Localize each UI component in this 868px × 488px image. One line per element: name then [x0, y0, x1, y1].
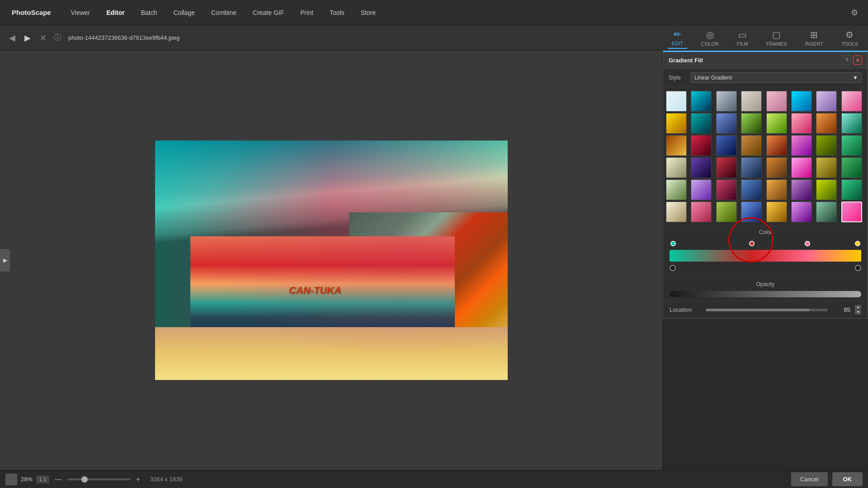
swatch-5-6[interactable] — [791, 179, 812, 200]
location-up-button[interactable]: ▲ — [855, 305, 861, 310]
edit-icon: ✏ — [674, 29, 681, 40]
swatch-2-4[interactable] — [741, 113, 762, 134]
location-down-button[interactable]: ▼ — [855, 310, 861, 314]
swatch-1-1[interactable] — [666, 91, 687, 112]
swatch-6-8[interactable] — [841, 202, 862, 222]
swatch-3-6[interactable] — [791, 135, 812, 156]
tool-edit[interactable]: ✏ EDIT — [667, 27, 688, 49]
menu-item-creategif[interactable]: Create GIF — [245, 5, 292, 20]
swatch-1-2[interactable] — [691, 91, 712, 112]
menu-item-store[interactable]: Store — [353, 5, 384, 20]
edit-label: EDIT — [672, 41, 683, 46]
swatch-2-3[interactable] — [716, 113, 737, 134]
menu-item-combine[interactable]: Combine — [203, 5, 245, 20]
swatch-2-7[interactable] — [816, 113, 837, 134]
style-select[interactable]: Linear Gradient ▼ — [690, 72, 862, 83]
zoom-in-button[interactable]: + — [134, 475, 142, 483]
swatch-2-5[interactable] — [766, 113, 787, 134]
settings-icon[interactable]: ⚙ — [845, 4, 863, 21]
dialog-title: Gradient Fill — [669, 57, 840, 64]
back-button[interactable]: ◀ — [5, 30, 19, 46]
swatch-1-7[interactable] — [816, 91, 837, 112]
photo-canvas[interactable]: CAN-TUKA — [155, 141, 508, 380]
swatch-2-1[interactable] — [666, 113, 687, 134]
swatch-5-3[interactable] — [716, 179, 737, 200]
menu-item-editor[interactable]: Editor — [98, 5, 132, 20]
swatch-1-4[interactable] — [741, 91, 762, 112]
menu-item-collage[interactable]: Collage — [165, 5, 203, 20]
swatch-3-8[interactable] — [841, 135, 862, 156]
toolbar: ◀ ▶ ✕ ⓘ photo-1444237236636-d7613ee9fb44… — [0, 25, 868, 51]
tool-insert[interactable]: ⊞ INSERT — [801, 28, 828, 48]
swatch-4-6[interactable] — [791, 157, 812, 178]
stop-red[interactable] — [749, 241, 755, 246]
location-spinner: ▲ ▼ — [855, 305, 861, 314]
swatch-4-1[interactable] — [666, 157, 687, 178]
side-panel-toggle[interactable]: ▶ — [0, 249, 10, 272]
tool-tools[interactable]: ⚙ TOOLS — [837, 28, 863, 48]
swatch-4-5[interactable] — [766, 157, 787, 178]
swatch-3-2[interactable] — [691, 135, 712, 156]
swatch-5-2[interactable] — [691, 179, 712, 200]
swatch-4-3[interactable] — [716, 157, 737, 178]
swatch-1-3[interactable] — [716, 91, 737, 112]
swatch-6-6[interactable] — [791, 202, 812, 222]
menu-item-tools[interactable]: Tools — [321, 5, 353, 20]
swatch-4-8[interactable] — [841, 157, 862, 178]
swatch-3-7[interactable] — [816, 135, 837, 156]
swatch-5-8[interactable] — [841, 179, 862, 200]
stop-yellow[interactable] — [855, 241, 860, 246]
swatch-1-6[interactable] — [791, 91, 812, 112]
swatch-2-2[interactable] — [691, 113, 712, 134]
swatch-6-1[interactable] — [666, 202, 687, 222]
tool-color[interactable]: ◎ COLOR — [697, 28, 723, 48]
menu-item-viewer[interactable]: Viewer — [63, 5, 99, 20]
zoom-slider-thumb[interactable] — [81, 476, 88, 483]
zoom-slider[interactable] — [67, 479, 131, 480]
swatch-5-1[interactable] — [666, 179, 687, 200]
swatch-6-2[interactable] — [691, 202, 712, 222]
swatch-6-5[interactable] — [766, 202, 787, 222]
opacity-bar[interactable] — [670, 291, 861, 297]
close-button[interactable]: ✕ — [36, 30, 50, 46]
ok-button[interactable]: OK — [832, 472, 863, 486]
swatch-4-4[interactable] — [741, 157, 762, 178]
swatch-6-4[interactable] — [741, 202, 762, 222]
gradient-bar[interactable] — [670, 250, 861, 262]
swatch-3-5[interactable] — [766, 135, 787, 156]
tool-frames[interactable]: ▢ FRAMES — [762, 28, 792, 48]
swatch-2-8[interactable] — [841, 113, 862, 134]
swatch-5-5[interactable] — [766, 179, 787, 200]
color-controls: Color — [663, 226, 868, 277]
swatch-1-5[interactable] — [766, 91, 787, 112]
zoom-out-button[interactable]: — — [53, 475, 64, 483]
swatch-3-4[interactable] — [741, 135, 762, 156]
location-bar[interactable] — [706, 309, 828, 311]
swatch-4-2[interactable] — [691, 157, 712, 178]
opacity-stop-right[interactable] — [855, 265, 861, 271]
dialog-help-button[interactable]: ? — [842, 56, 851, 65]
stop-pink[interactable] — [805, 241, 810, 246]
app-logo: PhotoScape — [5, 5, 58, 20]
stop-teal[interactable] — [670, 241, 676, 246]
cancel-button[interactable]: Cancel — [791, 472, 827, 486]
swatch-1-8[interactable] — [841, 91, 862, 112]
zoom-1-1-button[interactable]: 1:1 — [36, 475, 49, 483]
swatch-6-7[interactable] — [816, 202, 837, 222]
swatch-4-7[interactable] — [816, 157, 837, 178]
thumbnail-button[interactable] — [5, 474, 17, 485]
menu-item-print[interactable]: Print — [292, 5, 321, 20]
tool-film[interactable]: ▭ FILM — [732, 28, 753, 48]
swatch-3-3[interactable] — [716, 135, 737, 156]
swatch-6-3[interactable] — [716, 202, 737, 222]
dialog-close-button[interactable]: ✕ — [853, 56, 862, 65]
opacity-stop-left[interactable] — [670, 265, 676, 271]
swatch-5-7[interactable] — [816, 179, 837, 200]
forward-button[interactable]: ▶ — [21, 30, 34, 46]
swatch-3-1[interactable] — [666, 135, 687, 156]
style-dropdown-icon: ▼ — [853, 75, 858, 81]
info-button[interactable]: ⓘ — [52, 33, 63, 42]
swatch-5-4[interactable] — [741, 179, 762, 200]
menu-item-batch[interactable]: Batch — [133, 5, 165, 20]
swatch-2-6[interactable] — [791, 113, 812, 134]
